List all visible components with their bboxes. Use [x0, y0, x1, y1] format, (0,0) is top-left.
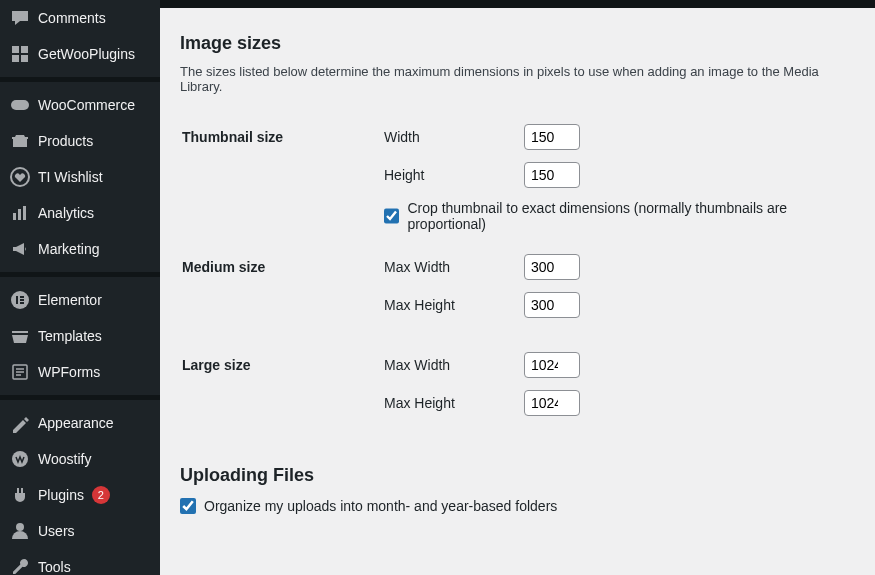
image-sizes-desc: The sizes listed below determine the max… [180, 64, 855, 94]
sidebar-item-plugins[interactable]: Plugins 2 [0, 477, 160, 513]
elementor-icon [10, 290, 30, 310]
crop-thumbnail-checkbox[interactable] [384, 208, 399, 224]
medium-maxh-label: Max Height [384, 297, 504, 313]
large-maxw-input[interactable] [524, 352, 580, 378]
sidebar-item-label: GetWooPlugins [38, 46, 135, 62]
svg-rect-1 [21, 46, 28, 53]
sidebar-item-comments[interactable]: Comments [0, 0, 160, 36]
products-icon [10, 131, 30, 151]
tools-icon [10, 557, 30, 575]
sidebar-separator [0, 77, 160, 82]
sidebar-item-templates[interactable]: Templates [0, 318, 160, 354]
update-badge: 2 [92, 486, 110, 504]
sidebar-item-woocommerce[interactable]: WooCommerce [0, 87, 160, 123]
medium-maxw-label: Max Width [384, 259, 504, 275]
gwp-icon [10, 44, 30, 64]
svg-rect-7 [13, 213, 16, 220]
medium-row-label: Medium size [182, 244, 382, 340]
svg-rect-11 [16, 296, 18, 304]
image-sizes-form: Thumbnail size Width Height Crop thumbna… [180, 112, 855, 440]
woocommerce-icon [10, 95, 30, 115]
marketing-icon [10, 239, 30, 259]
sidebar-item-label: TI Wishlist [38, 169, 103, 185]
sidebar-item-label: Users [38, 523, 75, 539]
settings-media-page: Image sizes The sizes listed below deter… [160, 8, 875, 529]
medium-maxh-input[interactable] [524, 292, 580, 318]
svg-rect-14 [20, 302, 24, 304]
sidebar-item-woostify[interactable]: Woostify [0, 441, 160, 477]
uploading-files-heading: Uploading Files [180, 465, 855, 486]
plugins-icon [10, 485, 30, 505]
sidebar-item-elementor[interactable]: Elementor [0, 282, 160, 318]
users-icon [10, 521, 30, 541]
sidebar-item-marketing[interactable]: Marketing [0, 231, 160, 267]
organize-uploads-checkbox[interactable] [180, 498, 196, 514]
thumbnail-height-label: Height [384, 167, 504, 183]
svg-rect-3 [21, 55, 28, 62]
large-maxw-label: Max Width [384, 357, 504, 373]
sidebar-item-label: Templates [38, 328, 102, 344]
main-content: Image sizes The sizes listed below deter… [160, 0, 875, 575]
sidebar-item-label: Tools [38, 559, 71, 575]
svg-point-20 [16, 523, 24, 531]
large-maxh-label: Max Height [384, 395, 504, 411]
sidebar-item-label: WPForms [38, 364, 100, 380]
templates-icon [10, 326, 30, 346]
image-sizes-heading: Image sizes [180, 33, 855, 54]
thumbnail-row-label: Thumbnail size [182, 114, 382, 242]
sidebar-item-label: Appearance [38, 415, 114, 431]
sidebar-item-label: WooCommerce [38, 97, 135, 113]
sidebar-item-analytics[interactable]: Analytics [0, 195, 160, 231]
sidebar-item-label: Products [38, 133, 93, 149]
large-maxh-input[interactable] [524, 390, 580, 416]
organize-uploads-label: Organize my uploads into month- and year… [204, 498, 557, 514]
top-strip [160, 0, 875, 8]
thumbnail-width-input[interactable] [524, 124, 580, 150]
woostify-icon [10, 449, 30, 469]
svg-rect-9 [23, 206, 26, 220]
sidebar-item-label: Plugins [38, 487, 84, 503]
wpforms-icon [10, 362, 30, 382]
sidebar-item-users[interactable]: Users [0, 513, 160, 549]
svg-rect-13 [20, 299, 24, 301]
sidebar-separator [0, 272, 160, 277]
svg-rect-2 [12, 55, 19, 62]
admin-sidebar: Comments GetWooPlugins WooCommerce Produ… [0, 0, 160, 575]
svg-rect-5 [13, 139, 27, 147]
thumbnail-height-input[interactable] [524, 162, 580, 188]
thumbnail-width-label: Width [384, 129, 504, 145]
sidebar-item-label: Analytics [38, 205, 94, 221]
large-row-label: Large size [182, 342, 382, 438]
sidebar-item-products[interactable]: Products [0, 123, 160, 159]
svg-rect-8 [18, 209, 21, 220]
sidebar-item-appearance[interactable]: Appearance [0, 405, 160, 441]
sidebar-item-label: Woostify [38, 451, 91, 467]
svg-rect-12 [20, 296, 24, 298]
sidebar-item-getwooplugins[interactable]: GetWooPlugins [0, 36, 160, 72]
sidebar-item-tools[interactable]: Tools [0, 549, 160, 575]
svg-rect-4 [11, 100, 29, 110]
sidebar-separator [0, 395, 160, 400]
analytics-icon [10, 203, 30, 223]
heart-icon [10, 167, 30, 187]
svg-rect-0 [12, 46, 19, 53]
medium-maxw-input[interactable] [524, 254, 580, 280]
sidebar-item-ti-wishlist[interactable]: TI Wishlist [0, 159, 160, 195]
sidebar-item-label: Elementor [38, 292, 102, 308]
sidebar-item-label: Comments [38, 10, 106, 26]
crop-thumbnail-label: Crop thumbnail to exact dimensions (norm… [407, 200, 853, 232]
sidebar-item-label: Marketing [38, 241, 99, 257]
comments-icon [10, 8, 30, 28]
appearance-icon [10, 413, 30, 433]
sidebar-item-wpforms[interactable]: WPForms [0, 354, 160, 390]
